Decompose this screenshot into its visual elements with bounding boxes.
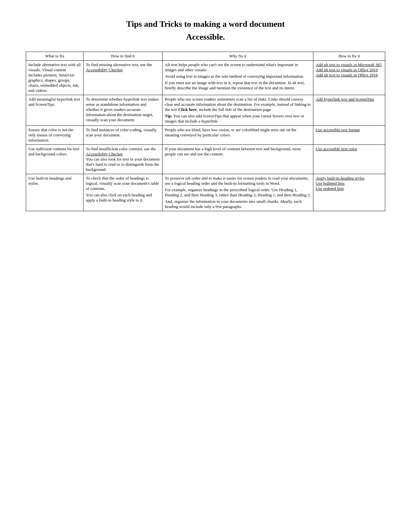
bold-click-here: Click here — [178, 107, 197, 112]
row3-why: People who are blind, have low vision, o… — [162, 126, 313, 145]
row5-why: To preserve tab order and to make it eas… — [162, 174, 313, 211]
accessibility-checker-link-1[interactable]: Accessibility Checker — [86, 67, 122, 72]
table-row: Ensure that color is not the only means … — [26, 126, 385, 145]
accessible-text-format-link[interactable]: Use accessible text format — [316, 127, 360, 132]
add-hyperlink-screentips-link[interactable]: Add hyperlink text and ScreenTips — [316, 97, 374, 102]
row2-how-fix: Add hyperlink text and ScreenTips — [313, 95, 385, 126]
row5-how-fix: Apply built-in heading styles Use bullet… — [313, 174, 385, 211]
row4-why: If your document has a high level of con… — [162, 145, 313, 174]
row2-how-find: To determine whether hyperlink text make… — [83, 95, 162, 126]
row5-what: Use built-in headings and styles. — [26, 174, 83, 211]
accessibility-checker-link-2[interactable]: Accessibility Checker — [86, 152, 122, 156]
row2-why: People who use screen readers sometimes … — [162, 95, 313, 126]
row1-how-fix: Add alt text to visuals in Microsoft 365… — [313, 61, 385, 95]
add-alt-text-365-link[interactable]: Add alt text to visuals in Microsoft 365 — [316, 62, 382, 67]
row1-how-find: To find missing alternative text, use th… — [83, 61, 162, 95]
row4-how-fix: Use accessible text color — [313, 145, 385, 174]
add-alt-text-2019-link[interactable]: Add alt text to visuals in Office 2019 — [316, 67, 378, 72]
col-header-how-fix: How to fix it — [313, 52, 385, 61]
row1-why: Alt text helps people who can't see the … — [162, 61, 313, 95]
table-row: Include alternative text with all visual… — [26, 61, 385, 95]
row3-how-find: To find instances of color-coding, visua… — [83, 126, 162, 145]
apply-heading-styles-link[interactable]: Apply built-in heading styles — [316, 176, 364, 181]
table-row: Use built-in headings and styles. To che… — [26, 174, 385, 211]
main-table: What to fix How to find it Why fix it Ho… — [26, 52, 385, 211]
col-header-how-find: How to find it — [83, 52, 162, 61]
row4-how-find: To find insufficient color contrast, use… — [83, 145, 162, 174]
row2-what: Add meaningful hyperlink text and Screen… — [26, 95, 83, 126]
row1-what: Include alternative text with all visual… — [26, 61, 83, 95]
tip-label: Tip: — [165, 113, 172, 118]
use-ordered-lists-link[interactable]: Use ordered lists — [316, 186, 344, 191]
table-header-row: What to fix How to find it Why fix it Ho… — [26, 52, 385, 61]
table-row: Use sufficient contrast for text and bac… — [26, 145, 385, 174]
row3-what: Ensure that color is not the only means … — [26, 126, 83, 145]
col-header-why: Why fix it — [162, 52, 313, 61]
col-header-what: What to fix — [26, 52, 83, 61]
table-row: Add meaningful hyperlink text and Screen… — [26, 95, 385, 126]
row5-how-find: To check that the order of headings is l… — [83, 174, 162, 211]
accessible-text-color-link[interactable]: Use accessible text color — [316, 146, 357, 151]
row4-what: Use sufficient contrast for text and bac… — [26, 145, 83, 174]
page-title-line1: Tips and Tricks to making a word documen… — [26, 19, 385, 29]
add-alt-text-2016-link[interactable]: Add alt text to visuals in Office 2016 — [316, 73, 378, 77]
page-title-line2: Accessible. — [26, 32, 385, 42]
use-bulleted-lists-link[interactable]: Use bulleted lists — [316, 181, 345, 186]
row3-how-fix: Use accessible text format — [313, 126, 385, 145]
page-header: Tips and Tricks to making a word documen… — [26, 19, 385, 42]
